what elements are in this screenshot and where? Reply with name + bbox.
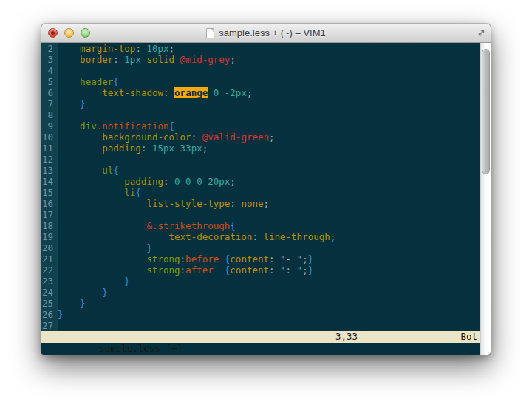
line-number: 5 (41, 76, 58, 87)
desktop: sample.less + (~) – VIM1 2 margin-top: 1… (0, 0, 532, 413)
line-number: 17 (41, 209, 58, 220)
code-line: 26} (41, 309, 480, 320)
code-text (58, 209, 480, 220)
title-bar[interactable]: sample.less + (~) – VIM1 (41, 24, 491, 43)
line-number: 7 (41, 98, 58, 109)
line-number: 9 (41, 120, 58, 132)
code-text (58, 109, 480, 120)
minimize-button[interactable] (64, 28, 74, 38)
line-number: 14 (41, 176, 58, 187)
line-number: 23 (41, 276, 58, 287)
line-number: 10 (41, 132, 58, 143)
line-number: 12 (41, 154, 58, 165)
code-text: li{ (58, 187, 480, 198)
code-text (58, 65, 480, 76)
zoom-button[interactable] (81, 28, 90, 38)
line-number: 16 (41, 198, 58, 209)
code-text: } (58, 298, 480, 309)
code-text: text-shadow: orange 0 -2px; (58, 87, 480, 98)
code-line: 15 li{ (41, 187, 480, 198)
line-number: 24 (41, 287, 58, 298)
code-text: } (58, 276, 480, 287)
title-group: sample.less + (~) – VIM1 (206, 27, 326, 38)
code-line: 18 &.strikethrough{ (41, 220, 480, 231)
code-line: 13 ul{ (41, 165, 480, 176)
file-status: sample.less [+] (99, 343, 183, 354)
code-text: } (58, 287, 480, 298)
code-line: 9 div.notification{ (41, 120, 480, 132)
code-line: 6 text-shadow: orange 0 -2px; (41, 87, 480, 98)
code-line: 11 padding: 15px 33px; (41, 143, 480, 154)
document-icon (206, 28, 214, 38)
scroll-position: Bot (460, 331, 477, 343)
code-text: } (58, 242, 480, 253)
line-number: 26 (41, 309, 58, 320)
line-number: 8 (41, 109, 58, 120)
code-text: background-color: @valid-green; (58, 132, 480, 143)
code-text (58, 320, 480, 331)
line-number: 21 (41, 253, 58, 264)
code-text: strong:after {content: ": ";} (58, 264, 480, 276)
code-line: 23 } (41, 276, 480, 287)
line-number: 22 (41, 264, 58, 276)
code-text: ul{ (58, 165, 480, 176)
line-number: 6 (41, 87, 58, 98)
scrollbar-thumb[interactable] (482, 49, 490, 174)
code-text (58, 154, 480, 165)
code-text: padding: 0 0 0 20px; (58, 176, 480, 187)
line-number: 11 (41, 143, 58, 154)
code-text: header{ (58, 76, 480, 87)
code-line: 7 } (41, 98, 480, 109)
code-line: 12 (41, 154, 480, 165)
code-text: } (58, 309, 480, 320)
code-text: div.notification{ (58, 120, 480, 132)
line-number: 18 (41, 220, 58, 231)
close-button[interactable] (48, 28, 58, 38)
line-number: 2 (41, 43, 58, 54)
code-line: 5 header{ (41, 76, 480, 87)
code-text: padding: 15px 33px; (58, 143, 480, 154)
code-text: list-style-type: none; (58, 198, 480, 209)
window-title: sample.less + (~) – VIM1 (219, 27, 326, 38)
code-line: 17 (41, 209, 480, 220)
code-text: margin-top: 10px; (58, 43, 480, 54)
code-text: text-decoration: line-through; (58, 231, 480, 242)
scrollbar-track[interactable] (480, 43, 491, 355)
line-number: 4 (41, 65, 58, 76)
code-line: 24 } (41, 287, 480, 298)
cursor-position: 3,33 (335, 331, 358, 343)
code-line: 21 strong:before {content: "- ";} (41, 253, 480, 264)
vim-window: sample.less + (~) – VIM1 2 margin-top: 1… (41, 24, 491, 355)
code-line: 16 list-style-type: none; (41, 198, 480, 209)
editor-column: 2 margin-top: 10px;3 border: 1px solid @… (41, 43, 480, 355)
line-number: 3 (41, 54, 58, 65)
line-number: 20 (41, 242, 58, 253)
line-number: 15 (41, 187, 58, 198)
code-line: 27 (41, 320, 480, 331)
code-line: 25 } (41, 298, 480, 309)
status-bar: sample.less [+] 3,33 Bot (41, 331, 480, 343)
code-text: &.strikethrough{ (58, 220, 480, 231)
code-line: 3 border: 1px solid @mid-grey; (41, 54, 480, 65)
code-line: 14 padding: 0 0 0 20px; (41, 176, 480, 187)
window-body: 2 margin-top: 10px;3 border: 1px solid @… (41, 43, 491, 355)
code-line: 22 strong:after {content: ": ";} (41, 264, 480, 276)
code-line: 10 background-color: @valid-green; (41, 132, 480, 143)
line-number: 19 (41, 231, 58, 242)
traffic-lights (48, 24, 90, 42)
line-number: 27 (41, 320, 58, 331)
code-line: 19 text-decoration: line-through; (41, 231, 480, 242)
code-area[interactable]: 2 margin-top: 10px;3 border: 1px solid @… (41, 43, 480, 331)
fullscreen-resize-icon[interactable] (476, 27, 486, 38)
code-line: 20 } (41, 242, 480, 253)
line-number: 25 (41, 298, 58, 309)
code-text: border: 1px solid @mid-grey; (58, 54, 480, 65)
code-line: 4 (41, 65, 480, 76)
line-number: 13 (41, 165, 58, 176)
code-line: 2 margin-top: 10px; (41, 43, 480, 54)
code-text: } (58, 98, 480, 109)
code-line: 8 (41, 109, 480, 120)
code-text: strong:before {content: "- ";} (58, 253, 480, 264)
